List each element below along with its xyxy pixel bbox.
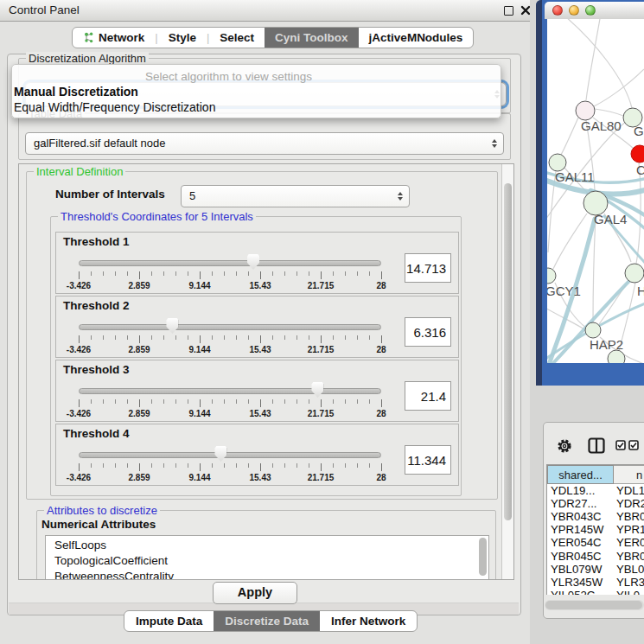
control-panel-titlebar: Control Panel [0,0,530,22]
column-header-shared[interactable]: shared... [547,465,614,484]
node-label: GAL4 [594,212,627,226]
list-item-topologicalcoefficient[interactable]: TopologicalCoefficient [46,553,488,569]
network-node[interactable] [608,350,625,363]
threshold-value-field[interactable]: 6.316 [405,317,451,347]
tab-style[interactable]: Style [158,28,207,48]
threshold-slider-3[interactable]: -3.4262.8599.14415.4321.71528 [79,383,382,419]
column-header-n[interactable]: n [614,465,644,484]
combo-arrows-icon [492,139,497,148]
threshold-panel-2: Threshold 2-3.4262.8599.14415.4321.71528… [55,296,459,358]
tab-label: Cyni Toolbox [275,31,348,44]
slider-ticks-major [79,399,382,407]
table-row[interactable]: YIL052CYIL0 [547,589,644,595]
cell-shared-name: YER054C [551,536,602,549]
list-item-betweennesscentrality[interactable]: BetweennessCentrality [46,569,488,580]
settings-scrollpane: Interval Definition Number of Intervals … [18,163,514,580]
slider-track [79,388,381,394]
slider-thumb-icon[interactable] [214,446,226,462]
threshold-coordinates-title: Threshold's Coordinates for 5 Intervals [58,210,256,223]
slider-tick-label: 21.715 [295,473,347,482]
table-row[interactable]: YBL079WYBL0 [547,563,644,577]
num-intervals-label: Number of Intervals [55,188,165,201]
network-node-gal11[interactable] [549,154,566,171]
table-row[interactable]: YLR345WYLR3 [547,576,644,590]
table-row[interactable]: YER054CYER0 [547,536,644,550]
network-node-gal80[interactable] [576,101,595,120]
slider-ticks-major [79,463,382,471]
tab-infer-network[interactable]: Infer Network [320,611,417,631]
slider-tick-label: -3.426 [53,409,105,418]
split-table-icon[interactable] [588,437,605,454]
tab-impute-data[interactable]: Impute Data [124,611,214,631]
slider-thumb-icon[interactable] [311,382,323,398]
mac-zoom-icon[interactable] [585,5,596,16]
settings-vertical-scrollbar[interactable] [501,164,513,579]
threshold-value-field[interactable]: 11.344 [405,445,451,475]
cell-name: YBR0 [616,550,644,563]
cyni-bottom-tabbar: Impute DataDiscretize DataInfer Network [124,610,418,632]
threshold-slider-1[interactable]: -3.4262.8599.14415.4321.71528 [79,255,382,291]
slider-tick-label: 21.715 [295,409,347,418]
float-window-icon[interactable] [504,6,513,16]
tab-label: Select [220,31,254,44]
threshold-slider-2[interactable]: -3.4262.8599.14415.4321.71528 [79,319,382,355]
tab-jactivemnodules[interactable]: jActiveMNodules [359,28,474,48]
table-data-combobox[interactable]: galFiltered.sif default node [25,132,504,155]
threshold-slider-4[interactable]: -3.4262.8599.14415.4321.71528 [79,447,382,483]
slider-tick-label: 28 [355,345,407,354]
network-canvas[interactable]: GAL80GCGAL11GAL4GCY1HHAP2 [547,19,644,363]
network-window-edge [536,0,542,386]
table-row[interactable]: YBR043CYBR0 [547,510,644,524]
table-row[interactable]: YBR045CYBR0 [547,550,644,564]
threshold-panel-4: Threshold 4-3.4262.8599.14415.4321.71528… [55,424,459,486]
list-item-selfloops[interactable]: SelfLoops [46,538,488,553]
slider-track [79,324,381,330]
checkbox-icon[interactable] [628,440,639,450]
tab-network[interactable]: Network [73,28,155,48]
num-intervals-value: 5 [182,186,409,207]
scrollbar-thumb[interactable] [545,601,642,609]
numerical-attributes-label: Numerical Attributes [41,518,156,531]
application-window: Control Panel Network|Style|SelectCyni T… [0,0,644,644]
network-node-gcy1[interactable] [547,268,556,284]
tab-cyni-toolbox[interactable]: Cyni Toolbox [265,28,359,48]
table-row[interactable]: YPR145WYPR1 [547,523,644,537]
table-horizontal-scrollbar[interactable] [545,600,644,610]
slider-thumb-icon[interactable] [247,254,259,270]
attributes-list-scrollbar[interactable] [478,537,488,580]
scrollbar-thumb[interactable] [504,183,512,520]
table-row[interactable]: YDR27...YDR2 [547,497,644,511]
cell-name: YIL0 [616,589,640,595]
tab-discretize-data[interactable]: Discretize Data [214,611,320,631]
attributes-list[interactable]: SelfLoopsTopologicalCoefficientBetweenne… [45,535,489,580]
node-label: H [637,284,644,298]
slider-tick-label: 15.43 [234,473,286,482]
slider-thumb-icon[interactable] [166,318,178,334]
threshold-label: Threshold 4 [63,427,130,440]
apply-button[interactable]: Apply [213,582,297,604]
threshold-value-field[interactable]: 14.713 [405,253,451,283]
threshold-value-field[interactable]: 21.4 [405,381,451,411]
node-label: GCY1 [547,284,581,298]
table-row[interactable]: YDL19...YDL1 [547,484,644,498]
gear-icon[interactable] [557,438,572,454]
network-node-c[interactable] [631,145,644,163]
network-node-h[interactable] [625,264,644,283]
slider-tick-label: 9.144 [174,409,226,418]
popup-prompt-item[interactable]: Select algorithm to view settings [12,65,501,84]
node-attribute-table[interactable]: shared...nYDL19...YDL1YDR27...YDR2YBR043… [546,464,644,595]
mac-minimize-icon[interactable] [569,5,579,16]
popup-item-manual-discretization[interactable]: Manual Discretization [12,84,501,99]
tab-select[interactable]: Select [209,28,265,48]
popup-item-equal-width-frequency-discretization[interactable]: Equal Width/Frequency Discretization [12,99,501,115]
mac-close-icon[interactable] [552,5,563,16]
slider-tick-label: -3.426 [53,345,105,354]
cell-shared-name: YDR27... [551,497,597,510]
num-intervals-combobox[interactable]: 5 [181,185,410,207]
network-icon [83,32,94,43]
cell-name: YBR0 [616,510,644,523]
cell-name: YLR3 [616,576,644,589]
network-node-hap2[interactable] [585,322,601,338]
network-window-titlebar [545,2,644,19]
checkbox-icon[interactable] [615,440,626,450]
